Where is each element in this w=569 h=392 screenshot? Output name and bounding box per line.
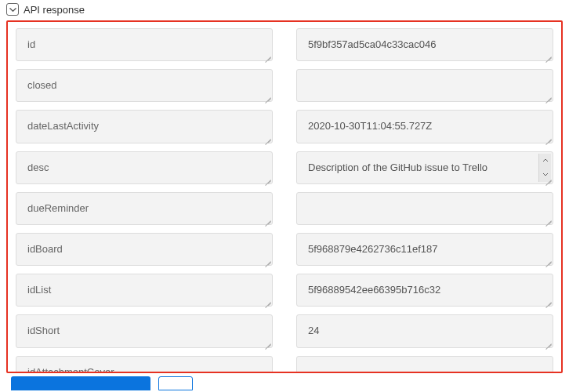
response-row: idShort24: [16, 314, 553, 347]
resize-handle[interactable]: [543, 215, 552, 223]
response-key-text: desc: [27, 162, 49, 173]
response-key-cell[interactable]: dateLastActivity: [16, 110, 273, 143]
response-value-text: 5f9bf357ad5ca04c33cac046: [308, 38, 436, 50]
response-value-text: 5f968879e4262736c11ef187: [308, 243, 438, 255]
response-key-text: idList: [27, 284, 51, 296]
bottom-action-bar: [11, 376, 193, 390]
response-value-cell[interactable]: [296, 192, 553, 225]
response-value-text: 2020-10-30T11:04:55.727Z: [308, 120, 432, 132]
response-value-text: Description of the GitHub issue to Trell…: [308, 162, 487, 173]
response-value-cell[interactable]: 24: [296, 314, 553, 347]
resize-handle[interactable]: [263, 92, 271, 100]
response-key-text: dateLastActivity: [27, 120, 99, 132]
response-value-text: 5f96889542ee66395b716c32: [308, 284, 440, 296]
resize-handle[interactable]: [543, 51, 552, 60]
response-key-cell[interactable]: idBoard: [16, 233, 273, 266]
resize-handle[interactable]: [543, 133, 552, 142]
resize-handle[interactable]: [543, 92, 552, 100]
resize-handle[interactable]: [263, 338, 271, 347]
resize-handle[interactable]: [543, 296, 552, 305]
resize-handle[interactable]: [263, 174, 271, 183]
response-value-cell[interactable]: 5f96889542ee66395b716c32: [296, 274, 553, 307]
response-key-text: dueReminder: [27, 202, 89, 214]
resize-handle[interactable]: [263, 215, 271, 223]
panel-header: API response: [0, 0, 569, 20]
response-value-cell[interactable]: Description of the GitHub issue to Trell…: [296, 151, 553, 184]
panel-title: API response: [24, 4, 85, 16]
spinner-down[interactable]: [539, 168, 551, 182]
response-row: idAttachmentCover: [16, 356, 553, 372]
response-value-cell[interactable]: [296, 69, 553, 102]
response-row: dateLastActivity2020-10-30T11:04:55.727Z: [16, 110, 553, 143]
response-value-text: 24: [308, 325, 319, 336]
response-key-cell[interactable]: idList: [16, 274, 273, 307]
response-row: closed: [16, 69, 553, 102]
resize-handle[interactable]: [543, 338, 552, 347]
response-key-text: closed: [27, 79, 57, 91]
response-key-text: idAttachmentCover: [27, 366, 114, 372]
resize-handle[interactable]: [263, 133, 271, 142]
response-value-cell[interactable]: 5f9bf357ad5ca04c33cac046: [296, 28, 553, 61]
response-key-cell[interactable]: idShort: [16, 314, 273, 347]
response-row: descDescription of the GitHub issue to T…: [16, 151, 553, 184]
api-response-panel: id5f9bf357ad5ca04c33cac046closeddateLast…: [6, 20, 563, 373]
resize-handle[interactable]: [263, 51, 271, 60]
response-key-cell[interactable]: desc: [16, 151, 273, 184]
response-key-text: idBoard: [27, 243, 63, 255]
value-spinner: [538, 154, 551, 182]
response-scroll-area[interactable]: id5f9bf357ad5ca04c33cac046closeddateLast…: [8, 22, 561, 372]
spinner-up[interactable]: [539, 154, 551, 168]
secondary-button[interactable]: [158, 376, 193, 390]
resize-handle[interactable]: [263, 256, 271, 264]
response-key-cell[interactable]: id: [16, 28, 273, 61]
response-key-text: id: [27, 38, 35, 50]
resize-handle[interactable]: [263, 296, 271, 305]
response-value-cell[interactable]: 2020-10-30T11:04:55.727Z: [296, 110, 553, 143]
collapse-toggle[interactable]: [6, 3, 19, 16]
response-row: idList5f96889542ee66395b716c32: [16, 274, 553, 307]
chevron-down-icon: [542, 172, 549, 176]
resize-handle[interactable]: [543, 256, 552, 264]
response-row: id5f9bf357ad5ca04c33cac046: [16, 28, 553, 61]
response-value-cell[interactable]: 5f968879e4262736c11ef187: [296, 233, 553, 266]
response-key-cell[interactable]: dueReminder: [16, 192, 273, 225]
response-value-cell[interactable]: [296, 356, 553, 372]
response-row: idBoard5f968879e4262736c11ef187: [16, 233, 553, 266]
primary-button[interactable]: [11, 376, 150, 390]
response-row: dueReminder: [16, 192, 553, 225]
chevron-up-icon: [542, 158, 549, 162]
response-key-text: idShort: [27, 325, 60, 336]
response-key-cell[interactable]: closed: [16, 69, 273, 102]
response-key-cell[interactable]: idAttachmentCover: [16, 356, 273, 372]
chevron-down-icon: [9, 6, 16, 13]
